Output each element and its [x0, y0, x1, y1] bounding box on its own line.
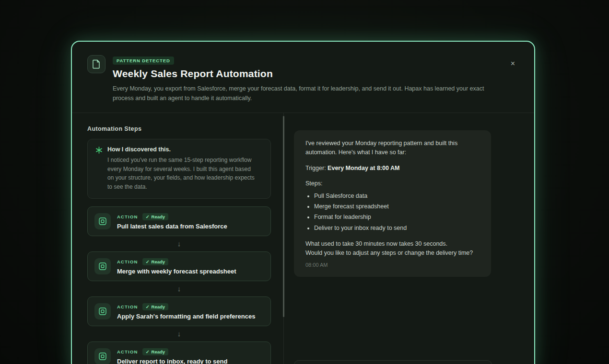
ready-badge: ✓Ready	[142, 348, 168, 355]
check-icon: ✓	[146, 259, 150, 264]
trigger-value: Every Monday at 8:00 AM	[328, 165, 399, 171]
trigger-label: Trigger:	[305, 165, 326, 171]
message-step-item: Merge forecast spreadsheet	[314, 202, 480, 211]
automation-steps-panel: Automation Steps How I discovered this. …	[72, 113, 283, 364]
summary-line-1: What used to take 30 minutes now takes 3…	[305, 239, 480, 249]
message-steps-label: Steps:	[305, 179, 480, 188]
ready-badge: ✓Ready	[142, 213, 168, 220]
step-text: ACTION ✓Ready Apply Sarah's formatting a…	[117, 303, 255, 320]
step-label: Deliver report to inbox, ready to send	[117, 358, 227, 364]
modal-header: PATTERN DETECTED Weekly Sales Report Aut…	[72, 42, 534, 113]
chat-input-row	[294, 360, 526, 364]
step-text: ACTION ✓Ready Merge with weekly forecast…	[117, 258, 236, 275]
step-card[interactable]: ACTION ✓Ready Deliver report to inbox, r…	[87, 341, 271, 364]
document-icon	[87, 55, 105, 73]
ready-badge-label: Ready	[152, 349, 165, 354]
step-text: ACTION ✓Ready Deliver report to inbox, r…	[117, 348, 227, 364]
ready-badge: ✓Ready	[142, 258, 168, 265]
modal-body: Automation Steps How I discovered this. …	[72, 113, 534, 364]
header-text: PATTERN DETECTED Weekly Sales Report Aut…	[113, 55, 484, 103]
assistant-message: I've reviewed your Monday reporting patt…	[294, 130, 491, 277]
step-type-label: ACTION	[117, 304, 138, 309]
check-icon: ✓	[146, 349, 150, 354]
ready-badge: ✓Ready	[142, 303, 168, 310]
check-icon: ✓	[146, 214, 150, 219]
automation-modal: PATTERN DETECTED Weekly Sales Report Aut…	[71, 41, 535, 364]
ready-badge-label: Ready	[152, 259, 165, 264]
close-button[interactable]: ×	[510, 59, 516, 68]
action-icon	[94, 258, 111, 274]
step-label: Apply Sarah's formatting and field prefe…	[117, 313, 255, 320]
message-step-item: Pull Salesforce data	[314, 192, 480, 201]
discovery-body: I noticed you've run the same 15-step re…	[107, 156, 256, 191]
action-icon	[94, 213, 111, 229]
ready-badge-label: Ready	[152, 214, 165, 219]
message-trigger: Trigger: Every Monday at 8:00 AM	[305, 164, 480, 173]
action-icon	[94, 303, 111, 319]
discovery-title: How I discovered this.	[107, 146, 256, 153]
step-type-label: ACTION	[117, 349, 138, 354]
discovery-card: How I discovered this. I noticed you've …	[87, 139, 271, 199]
summary-line-2: Would you like to adjust any steps or ch…	[305, 249, 480, 258]
ready-badge-label: Ready	[152, 304, 165, 309]
pattern-detected-badge: PATTERN DETECTED	[113, 57, 174, 65]
message-summary: What used to take 30 minutes now takes 3…	[305, 239, 480, 258]
step-label: Merge with weekly forecast spreadsheet	[117, 268, 236, 275]
message-step-item: Format for leadership	[314, 213, 480, 222]
chat-panel: I've reviewed your Monday reporting patt…	[284, 113, 534, 364]
message-timestamp: 08:00 AM	[305, 261, 480, 269]
check-icon: ✓	[146, 304, 150, 309]
message-step-item: Deliver to your inbox ready to send	[314, 224, 480, 233]
step-label: Pull latest sales data from Salesforce	[117, 223, 227, 230]
message-intro: I've reviewed your Monday reporting patt…	[305, 139, 480, 158]
discovery-text: How I discovered this. I noticed you've …	[107, 146, 256, 191]
message-steps-list: Pull Salesforce data Merge forecast spre…	[305, 192, 480, 233]
chat-input[interactable]	[294, 360, 492, 364]
automation-steps-heading: Automation Steps	[87, 125, 271, 132]
arrow-down-icon: ↓	[87, 281, 271, 296]
step-text: ACTION ✓Ready Pull latest sales data fro…	[117, 213, 227, 230]
action-icon	[94, 348, 111, 364]
step-type-label: ACTION	[117, 214, 138, 219]
step-card[interactable]: ACTION ✓Ready Apply Sarah's formatting a…	[87, 296, 271, 326]
step-card[interactable]: ACTION ✓Ready Pull latest sales data fro…	[87, 206, 271, 236]
steps-list: ACTION ✓Ready Pull latest sales data fro…	[87, 206, 271, 364]
sparkle-icon	[95, 147, 103, 191]
modal-subtitle: Every Monday, you export from Salesforce…	[113, 84, 484, 103]
arrow-down-icon: ↓	[87, 326, 271, 341]
modal-title: Weekly Sales Report Automation	[113, 68, 484, 80]
step-card[interactable]: ACTION ✓Ready Merge with weekly forecast…	[87, 251, 271, 281]
arrow-down-icon: ↓	[87, 236, 271, 251]
step-type-label: ACTION	[117, 259, 138, 264]
